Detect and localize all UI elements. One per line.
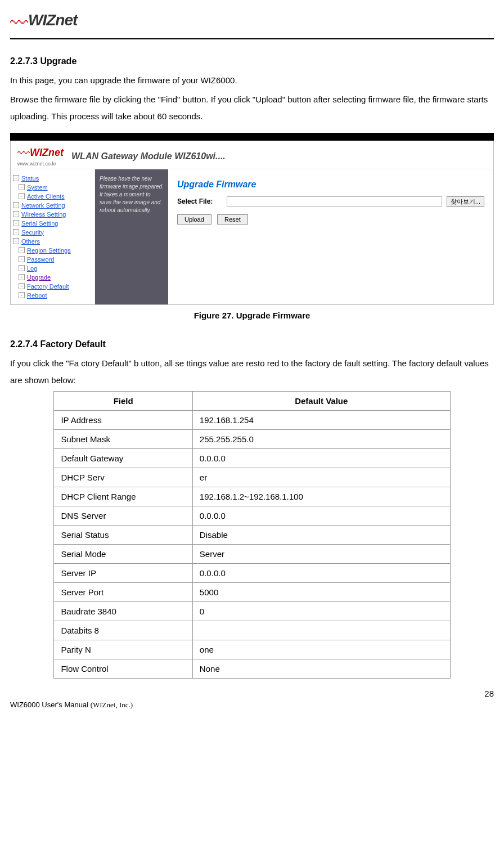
upgrade-para-1: In this page, you can upgrade the firmwa… <box>10 72 494 89</box>
sidebar-item-region-settings[interactable]: -Region Settings <box>13 246 92 255</box>
minus-icon: - <box>13 202 19 208</box>
screenshot-logo: 〰WIZnet www.wiznet.co.kr <box>17 146 64 167</box>
minus-icon: - <box>13 229 19 235</box>
embedded-screenshot: 〰WIZnet www.wiznet.co.kr WLAN Gateway Mo… <box>10 133 494 305</box>
screenshot-logo-brand: WIZnet <box>30 147 64 158</box>
logo-swoosh-icon: 〰 <box>17 146 30 161</box>
table-row: IP Address192.168.1.254 <box>54 410 450 429</box>
table-body: IP Address192.168.1.254 Subnet Mask255.2… <box>54 410 450 678</box>
table-row: Parity N one <box>54 640 450 659</box>
table-row: DNS Server0.0.0.0 <box>54 506 450 525</box>
minus-icon: - <box>19 292 25 298</box>
logo-text: WIZnet <box>28 11 77 29</box>
sidebar-item-log[interactable]: -Log <box>13 264 92 273</box>
figure-caption: Figure 27. Upgrade Firmware <box>10 311 494 320</box>
table-row: Default Gateway0.0.0.0 <box>54 448 450 468</box>
upgrade-para-2: Browse the firmware file by clicking the… <box>10 91 494 125</box>
minus-icon: - <box>19 256 25 262</box>
section-number: 2.2.7.3 <box>10 56 38 66</box>
logo-swoosh-icon: 〰 <box>10 13 28 34</box>
table-row: Server Port5000 <box>54 582 450 601</box>
table-header-field: Field <box>54 391 192 410</box>
screenshot-titlebar <box>10 133 494 141</box>
sidebar-item-wireless-setting[interactable]: -Wireless Setting <box>13 210 92 219</box>
screenshot-header: 〰WIZnet www.wiznet.co.kr WLAN Gateway Mo… <box>11 141 493 169</box>
sidebar-item-active-clients[interactable]: -Active Clients <box>13 192 92 201</box>
sidebar-item-network-setting[interactable]: -Network Setting <box>13 201 92 210</box>
browse-button[interactable]: 찾아보기... <box>447 196 484 207</box>
footer-manual: WIZ6000 User's Manual <box>10 701 88 709</box>
sidebar-item-others[interactable]: -Others <box>13 237 92 246</box>
minus-icon: - <box>13 175 19 181</box>
screenshot-sidebar: -Status -System -Active Clients -Network… <box>11 169 95 304</box>
footer: WIZ6000 User's Manual (WIZnet, Inc.) <box>10 701 494 710</box>
sidebar-item-system[interactable]: -System <box>13 183 92 192</box>
table-row: Serial ModeServer <box>54 544 450 563</box>
minus-icon: - <box>13 211 19 217</box>
minus-icon: - <box>19 265 25 271</box>
section-heading-factory-default: 2.2.7.4 Factory Default <box>10 339 494 349</box>
sidebar-item-factory-default[interactable]: -Factory Default <box>13 282 92 291</box>
sidebar-item-upgrade[interactable]: -Upgrade <box>13 273 92 282</box>
table-row: Subnet Mask255.255.255.0 <box>54 429 450 448</box>
sidebar-item-status[interactable]: -Status <box>13 174 92 183</box>
table-row: Databits 8 <box>54 621 450 640</box>
section-title: Factory Default <box>40 339 105 349</box>
table-header-value: Default Value <box>192 391 450 410</box>
screenshot-main-panel: Upgrade Firmware Select File: 찾아보기... Up… <box>168 169 493 304</box>
table-row: Flow ControlNone <box>54 659 450 678</box>
screenshot-header-title: WLAN Gateway Module WIZ610wi.... <box>71 151 226 161</box>
page-number: 28 <box>10 689 494 698</box>
file-path-input[interactable] <box>227 196 442 206</box>
minus-icon: - <box>13 220 19 226</box>
factory-default-para: If you click the "Fa ctory Default" b ut… <box>10 355 494 389</box>
table-row: Baudrate 3840 0 <box>54 601 450 621</box>
screenshot-tip-panel: Please have the new firmware image prepa… <box>95 169 168 304</box>
minus-icon: - <box>13 238 19 244</box>
section-title: Upgrade <box>40 56 76 66</box>
table-row: Serial StatusDisable <box>54 525 450 544</box>
minus-icon: - <box>19 274 25 280</box>
section-number: 2.2.7.4 <box>10 339 38 349</box>
table-row: Server IP0.0.0.0 <box>54 563 450 582</box>
sidebar-item-reboot[interactable]: -Reboot <box>13 291 92 300</box>
screenshot-logo-url: www.wiznet.co.kr <box>17 161 64 167</box>
table-row: DHCP Client Range192.168.1.2~192.168.1.1… <box>54 487 450 506</box>
minus-icon: - <box>19 193 25 199</box>
minus-icon: - <box>19 184 25 190</box>
header-divider <box>10 38 494 39</box>
sidebar-item-password[interactable]: -Password <box>13 255 92 264</box>
page-logo: 〰WIZnet <box>10 11 494 34</box>
sidebar-item-serial-setting[interactable]: -Serial Setting <box>13 219 92 228</box>
section-heading-upgrade: 2.2.7.3 Upgrade <box>10 56 494 66</box>
factory-defaults-table: Field Default Value IP Address192.168.1.… <box>53 391 450 679</box>
screenshot-main-title: Upgrade Firmware <box>177 179 484 190</box>
select-file-label: Select File: <box>177 197 222 205</box>
minus-icon: - <box>19 283 25 289</box>
sidebar-item-security[interactable]: -Security <box>13 228 92 237</box>
reset-button[interactable]: Reset <box>217 214 248 225</box>
upload-button[interactable]: Upload <box>177 214 212 225</box>
footer-company: (WIZnet, Inc.) <box>91 701 133 709</box>
table-row: DHCP Serv er <box>54 468 450 487</box>
minus-icon: - <box>19 247 25 253</box>
